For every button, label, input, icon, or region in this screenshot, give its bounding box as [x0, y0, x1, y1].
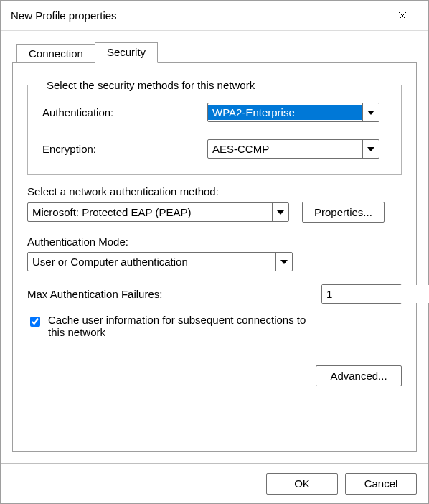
dialog-window: New Profile properties Connection Securi…	[0, 0, 429, 504]
dialog-button-bar: OK Cancel	[1, 463, 428, 503]
auth-mode-value: User or Computer authentication	[28, 254, 275, 269]
max-failures-row: Max Authentication Failures:	[27, 284, 402, 304]
encryption-value: AES-CCMP	[208, 141, 362, 157]
tab-strip: Connection Security	[12, 42, 417, 62]
encryption-select[interactable]: AES-CCMP	[207, 139, 380, 159]
close-icon	[398, 11, 407, 20]
authentication-row: Authentication: WPA2-Enterprise	[42, 103, 387, 122]
chevron-down-icon	[362, 140, 379, 158]
title-bar: New Profile properties	[1, 1, 428, 31]
close-button[interactable]	[387, 1, 418, 31]
cache-row: Cache user information for subsequent co…	[27, 314, 402, 338]
tab-page-security: Select the security methods for this net…	[12, 62, 417, 452]
chevron-down-icon	[272, 203, 288, 221]
auth-method-value: Microsoft: Protected EAP (PEAP)	[28, 205, 272, 220]
window-title: New Profile properties	[11, 9, 387, 22]
max-failures-label: Max Authentication Failures:	[27, 288, 162, 300]
ok-button[interactable]: OK	[266, 473, 338, 495]
cache-checkbox[interactable]	[30, 317, 40, 327]
client-area: Connection Security Select the security …	[1, 31, 428, 463]
chevron-down-icon	[362, 103, 379, 121]
max-failures-spinner[interactable]	[321, 284, 402, 304]
authentication-value: WPA2-Enterprise	[208, 105, 362, 120]
advanced-row: Advanced...	[27, 365, 402, 386]
auth-method-select[interactable]: Microsoft: Protected EAP (PEAP)	[27, 202, 289, 222]
group-legend: Select the security methods for this net…	[42, 79, 259, 91]
encryption-row: Encryption: AES-CCMP	[42, 139, 387, 159]
security-methods-group: Select the security methods for this net…	[27, 79, 402, 175]
properties-button[interactable]: Properties...	[302, 202, 385, 223]
cancel-button[interactable]: Cancel	[345, 473, 417, 495]
tab-security[interactable]: Security	[95, 42, 158, 63]
advanced-button[interactable]: Advanced...	[316, 365, 402, 386]
max-failures-input[interactable]	[322, 285, 429, 303]
authentication-label: Authentication:	[42, 106, 207, 118]
cache-label: Cache user information for subsequent co…	[48, 314, 306, 338]
auth-mode-section: Authentication Mode: User or Computer au…	[27, 235, 402, 271]
auth-method-section: Select a network authentication method: …	[27, 185, 402, 223]
authentication-select[interactable]: WPA2-Enterprise	[207, 103, 380, 122]
encryption-label: Encryption:	[42, 143, 207, 155]
tab-connection[interactable]: Connection	[16, 44, 95, 62]
auth-mode-select[interactable]: User or Computer authentication	[27, 252, 293, 271]
chevron-down-icon	[275, 253, 292, 271]
auth-method-label: Select a network authentication method:	[27, 185, 402, 197]
auth-mode-label: Authentication Mode:	[27, 235, 402, 248]
